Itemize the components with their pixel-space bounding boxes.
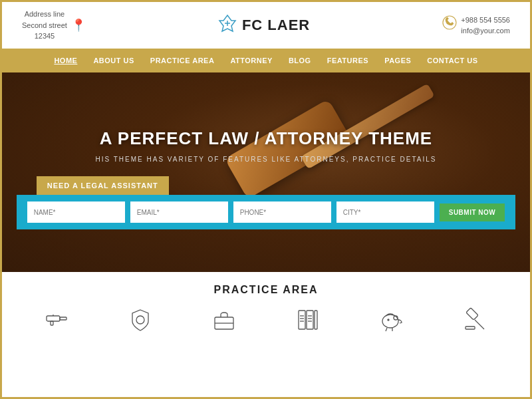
nav-attorney[interactable]: ATTORNEY [230,57,273,65]
address-line3: 12345 [22,31,67,42]
header-contact: +988 554 5556 info@your.com [442,15,510,37]
svg-rect-4 [47,316,60,321]
practice-icon-shield [127,307,154,333]
nav-features[interactable]: FEATURES [327,57,368,65]
legal-banner: NEED A LEGAL ASSISTANT [37,176,169,195]
practice-icon-books [295,307,321,333]
nav-pages[interactable]: PAGES [384,57,411,65]
email: info@your.com [461,25,510,37]
hero-content: A PERFECT LAW / ATTORNEY THEME HIS THEME… [95,128,436,163]
svg-rect-25 [466,308,478,320]
practice-area-section: PRACTICE AREA [2,272,530,340]
phone-input[interactable] [233,201,331,223]
location-icon: 📍 [71,17,86,35]
svg-rect-27 [466,327,475,329]
legal-assistant-section: NEED A LEGAL ASSISTANT SUBMIT NOW [17,176,516,229]
logo-text: FC LAER [242,17,310,34]
address-line1: Address line [22,9,67,20]
svg-rect-12 [307,311,313,329]
hero-section: A PERFECT LAW / ATTORNEY THEME HIS THEME… [2,72,530,272]
svg-rect-19 [315,311,317,329]
svg-point-20 [382,315,398,328]
logo-icon [218,14,237,37]
city-input[interactable] [336,201,434,223]
svg-point-24 [388,319,389,321]
practice-icon-briefcase [211,307,237,333]
nav-blog[interactable]: BLOG [289,57,311,65]
practice-icon-gun [44,307,70,333]
hero-subtitle: HIS THEME HAS VARIETY OF FEATURES LIKE A… [95,156,436,163]
phone-icon [442,15,457,35]
practice-icon-gavel [462,307,488,333]
svg-line-26 [475,320,484,329]
phone-number: +988 554 5556 [461,15,510,26]
header-address: Address line Second street 12345 📍 [22,9,86,42]
practice-icons-row [15,307,517,333]
svg-line-22 [386,328,387,331]
navbar: HOME ABOUT US PRACTICE AREA ATTORNEY BLO… [2,49,530,72]
practice-icon-piggy [378,307,404,333]
nav-practice[interactable]: PRACTICE AREA [150,57,215,65]
header: Address line Second street 12345 📍 FC LA… [2,2,530,49]
address-line2: Second street [22,20,67,31]
nav-contact[interactable]: CONTACT US [427,57,477,65]
hero-gavel-decoration [2,72,530,272]
svg-rect-5 [60,317,66,320]
nav-home[interactable]: HOME [54,57,77,65]
svg-rect-6 [51,321,53,325]
logo[interactable]: FC LAER [218,14,310,37]
nav-about[interactable]: ABOUT US [93,57,134,65]
submit-button[interactable]: SUBMIT NOW [440,203,505,221]
email-input[interactable] [130,201,228,223]
svg-point-8 [136,316,144,324]
legal-form-bar: SUBMIT NOW [17,195,516,229]
svg-rect-11 [299,311,305,329]
practice-area-title: PRACTICE AREA [15,284,517,296]
hero-title: A PERFECT LAW / ATTORNEY THEME [95,128,436,149]
name-input[interactable] [27,201,125,223]
